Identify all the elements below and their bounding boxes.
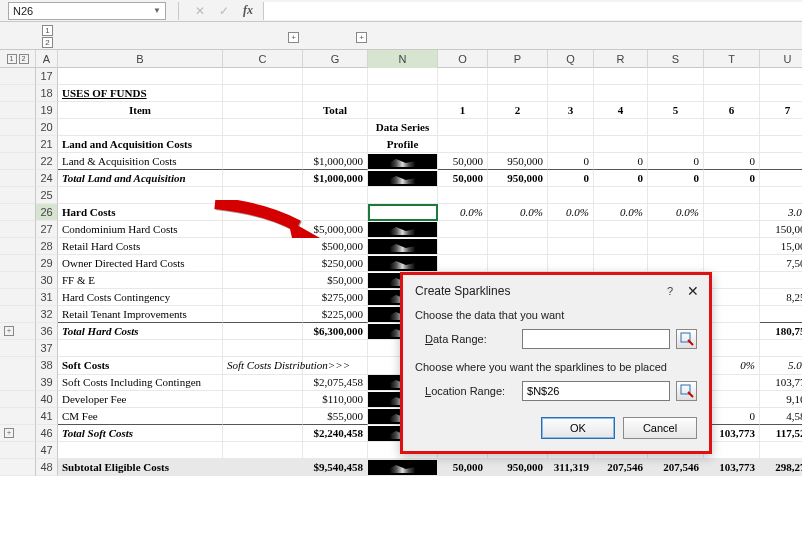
section-land: Land and Acquisition Costs <box>58 136 223 153</box>
cancel-formula-icon: ✕ <box>191 2 209 20</box>
sparkline <box>368 239 437 254</box>
accept-formula-icon: ✓ <box>215 2 233 20</box>
col-Q[interactable]: Q <box>548 50 594 68</box>
active-cell[interactable] <box>368 204 438 221</box>
row-28: 28 Retail Hard Costs $500,000 15,000 <box>0 238 802 255</box>
col-C[interactable]: C <box>223 50 303 68</box>
range-picker-icon[interactable] <box>676 329 697 349</box>
col-S[interactable]: S <box>648 50 704 68</box>
subhead-profile-2: Profile <box>368 136 438 153</box>
col-O[interactable]: O <box>438 50 488 68</box>
column-group-expand-1[interactable]: + <box>288 32 299 43</box>
name-box-value: N26 <box>13 3 33 19</box>
divider <box>178 2 179 20</box>
dialog-section-2: Choose where you want the sparklines to … <box>415 361 697 373</box>
dialog-section-1: Choose the data that you want <box>415 309 697 321</box>
sparkline <box>368 256 437 271</box>
row-19: 19 Item Total 1 2 3 4 5 6 7 <box>0 102 802 119</box>
row-18: 18 USES OF FUNDS <box>0 85 802 102</box>
col-U[interactable]: U <box>760 50 802 68</box>
row-29: 29 Owner Directed Hard Costs $250,000 7,… <box>0 255 802 272</box>
section-soft: Soft Costs <box>58 357 223 375</box>
row-25: 25 <box>0 187 802 204</box>
outline-row-levels[interactable]: 12 <box>0 50 36 68</box>
sparkline <box>368 171 437 186</box>
dialog-titlebar[interactable]: Create Sparklines ? ✕ <box>403 275 709 305</box>
row-header[interactable]: 17 <box>36 68 58 85</box>
uses-of-funds-heading: USES OF FUNDS <box>58 85 223 102</box>
row-20: 20 Data Series <box>0 119 802 136</box>
data-range-input[interactable] <box>522 329 670 349</box>
chevron-down-icon[interactable]: ▼ <box>153 3 161 19</box>
row-group-expand[interactable]: + <box>4 428 14 438</box>
section-hard: Hard Costs <box>58 204 223 221</box>
ok-button[interactable]: OK <box>541 417 615 439</box>
sparkline <box>368 222 437 237</box>
sparkline <box>368 460 437 475</box>
sparkline <box>368 154 437 169</box>
create-sparklines-dialog: Create Sparklines ? ✕ Choose the data th… <box>400 272 712 454</box>
column-headers: 12 A B C G N O P Q R S T U <box>0 50 802 68</box>
help-icon[interactable]: ? <box>667 285 673 297</box>
dialog-title: Create Sparklines <box>415 284 510 298</box>
col-N[interactable]: N <box>368 50 438 68</box>
col-A[interactable]: A <box>36 50 58 68</box>
column-group-expand-2[interactable]: + <box>356 32 367 43</box>
outline-level-1[interactable]: 1 <box>42 25 53 36</box>
location-range-label: Location Range: <box>425 385 516 397</box>
subhead-total: Total <box>303 102 368 119</box>
row-24: 24 Total Land and Acquisition $1,000,000… <box>0 170 802 187</box>
cancel-button[interactable]: Cancel <box>623 417 697 439</box>
row-22: 22 Land & Acquisition Costs $1,000,000 5… <box>0 153 802 170</box>
subhead-item: Item <box>58 102 223 119</box>
col-R[interactable]: R <box>594 50 648 68</box>
col-G[interactable]: G <box>303 50 368 68</box>
subhead-profile-1: Data Series <box>368 119 438 136</box>
row-48: 48 Subtotal Eligible Costs $9,540,458 50… <box>0 459 802 476</box>
outline-level-2[interactable]: 2 <box>42 37 53 48</box>
range-picker-icon[interactable] <box>676 381 697 401</box>
col-T[interactable]: T <box>704 50 760 68</box>
row-26: 26 Hard Costs 0.0% 0.0% 0.0% 0.0% 0.0% 3… <box>0 204 802 221</box>
location-range-input[interactable] <box>522 381 670 401</box>
row-21: 21 Land and Acquisition Costs Profile <box>0 136 802 153</box>
row-27: 27 Condominium Hard Costs $5,000,000 150… <box>0 221 802 238</box>
col-B[interactable]: B <box>58 50 223 68</box>
row-17: 17 <box>0 68 802 85</box>
formula-bar: N26 ▼ ✕ ✓ fx <box>0 0 802 22</box>
close-icon[interactable]: ✕ <box>687 283 699 299</box>
formula-input[interactable] <box>263 2 802 20</box>
fx-icon[interactable]: fx <box>239 2 257 20</box>
data-range-label: Data Range: <box>425 333 516 345</box>
row-group-expand[interactable]: + <box>4 326 14 336</box>
outline-strip: 1 2 + + <box>0 22 802 50</box>
name-box[interactable]: N26 ▼ <box>8 2 166 20</box>
col-P[interactable]: P <box>488 50 548 68</box>
